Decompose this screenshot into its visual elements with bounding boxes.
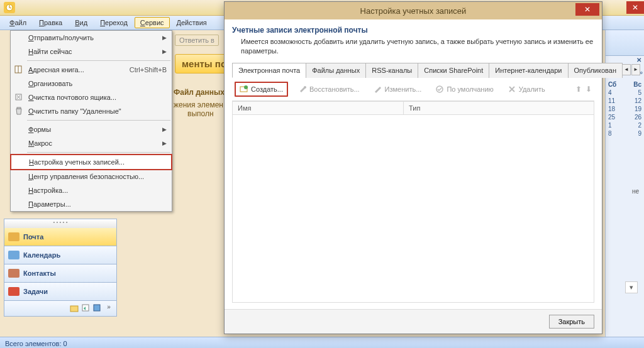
nav-контакты[interactable]: Контакты [4, 264, 117, 283]
col-name[interactable]: Имя [233, 102, 404, 114]
menu-item[interactable]: Организовать [11, 77, 172, 90]
menu-item[interactable]: Центр управления безопасностью... [11, 170, 172, 183]
col-type[interactable]: Тип [404, 102, 425, 114]
tab-0[interactable]: Электронная почта [232, 63, 306, 78]
tab-4[interactable]: Интернет-календари [489, 63, 568, 78]
menu-сервис[interactable]: Сервис [135, 17, 170, 28]
nav-icon [8, 251, 19, 259]
wrench-icon [298, 85, 307, 94]
app-logo-icon [4, 2, 15, 13]
accounts-list[interactable] [232, 115, 594, 303]
menu-вид[interactable]: Вид [69, 17, 93, 28]
dialog-close-button[interactable]: ✕ [575, 3, 599, 16]
svg-rect-5 [70, 306, 78, 312]
delete-button: Удалить [504, 84, 549, 95]
tools-dropdown: Отправить/получить▶Найти сейчас▶Адресная… [10, 30, 172, 212]
menu-item[interactable]: Найти сейчас▶ [11, 45, 172, 58]
accounts-list-header: Имя Тип [232, 101, 594, 115]
trash-icon [14, 106, 24, 116]
svg-point-9 [244, 85, 248, 89]
move-arrows: ⬆ ⬇ [575, 85, 592, 94]
delete-icon [508, 85, 516, 94]
tab-scroll-left-icon[interactable]: ◄ [622, 64, 631, 75]
tab-2[interactable]: RSS-каналы [365, 63, 418, 78]
menu-item[interactable]: Параметры... [11, 197, 172, 211]
shortcut-icon[interactable] [81, 303, 91, 313]
bg-line2: жения элемен [174, 101, 223, 109]
new-mail-icon [240, 85, 248, 94]
svg-rect-7 [94, 305, 100, 311]
menu-переход[interactable]: Переход [94, 17, 133, 28]
dialog-tabs: Электронная почтаФайлы данныхRSS-каналыС… [232, 62, 594, 78]
menu-item[interactable]: Формы▶ [11, 122, 172, 136]
move-down-icon: ⬇ [586, 85, 592, 94]
close-button[interactable]: Закрыть [549, 315, 594, 329]
bg-datafile-label: Файл данных [174, 88, 225, 97]
menu-item[interactable]: Макрос▶ [11, 136, 172, 150]
create-button[interactable]: Создать... [235, 82, 288, 97]
task-fragment: не [607, 188, 643, 195]
menu-правка[interactable]: Правка [33, 17, 68, 28]
dialog-description: Имеется возможность добавить или удалить… [241, 37, 594, 56]
broom-icon [14, 92, 24, 102]
edit-button: Изменить... [370, 84, 426, 95]
journal-icon[interactable] [92, 303, 103, 313]
menu-файл[interactable]: Файл [4, 17, 32, 28]
edit-icon [374, 85, 382, 94]
menu-item[interactable]: Очистить папку "Удаленные" [11, 104, 172, 118]
window-close-button[interactable]: ✕ [626, 1, 644, 14]
nav-shortcuts-bar: » [4, 301, 117, 317]
tab-1[interactable]: Файлы данных [306, 63, 366, 78]
move-up-icon: ⬆ [575, 85, 582, 94]
tab-3[interactable]: Списки SharePoint [418, 63, 489, 78]
menu-item[interactable]: Очистка почтового ящика... [11, 90, 172, 104]
tab-5[interactable]: Опубликован [568, 63, 623, 78]
dialog-heading: Учетные записи электронной почты [232, 26, 594, 35]
account-settings-dialog: Настройка учетных записей ✕ Учетные запи… [224, 1, 602, 334]
restore-button: Восстановить... [294, 84, 364, 95]
menu-item[interactable]: Настройка учетных записей... [10, 154, 172, 170]
menu-действия[interactable]: Действия [171, 17, 213, 28]
configure-icon[interactable]: » [104, 303, 114, 313]
nav-grip[interactable]: • • • • • [4, 219, 117, 228]
menu-item[interactable]: Отправить/получить▶ [11, 31, 172, 45]
dialog-toolbar: Создать... Восстановить... Изменить... П… [232, 78, 594, 101]
nav-почта[interactable]: Почта [4, 228, 117, 246]
folder-icon[interactable] [70, 303, 80, 313]
menu-item[interactable]: Адресная книга...Ctrl+Shift+B [11, 63, 172, 77]
book-icon [14, 65, 24, 75]
status-text: Всего элементов: 0 [5, 340, 67, 347]
tab-scroll-right-icon[interactable]: ► [631, 64, 640, 75]
nav-задачи[interactable]: Задачи [4, 283, 117, 301]
bg-reply-button: Ответить в [175, 33, 219, 48]
menu-item[interactable]: Настройка... [11, 183, 172, 197]
nav-icon [8, 232, 19, 241]
svg-rect-4 [17, 107, 21, 109]
combo-fragment[interactable]: ▾ [625, 281, 638, 293]
navigation-pane: • • • • • ПочтаКалендарьКонтактыЗадачи » [4, 219, 117, 317]
bg-line3: выполн [187, 109, 214, 118]
statusbar: Всего элементов: 0 [0, 337, 644, 348]
nav-icon [8, 269, 19, 278]
check-icon [435, 85, 444, 94]
nav-календарь[interactable]: Календарь [4, 246, 117, 264]
dialog-title: Настройка учетных записей [360, 6, 467, 16]
dialog-titlebar: Настройка учетных записей ✕ [225, 2, 602, 19]
nav-icon [8, 287, 19, 296]
default-button: По умолчанию [431, 84, 497, 95]
